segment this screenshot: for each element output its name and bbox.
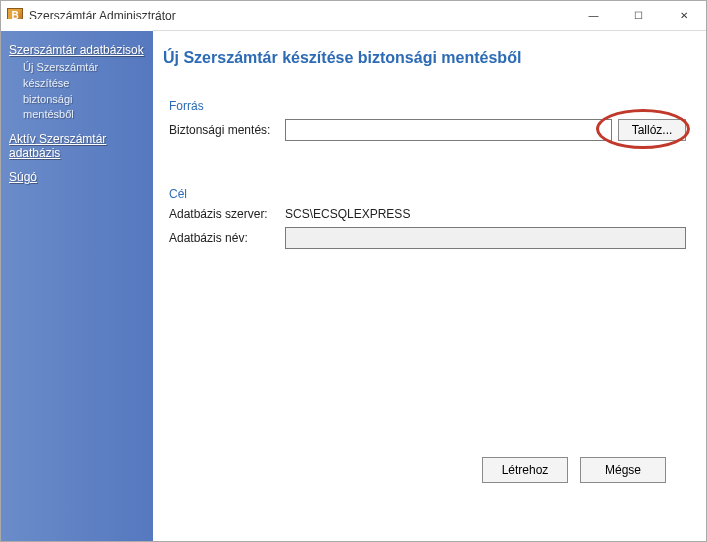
- target-section-label: Cél: [169, 187, 686, 201]
- sidebar-subitem-new-from-backup-1[interactable]: Új Szerszámtár: [23, 61, 145, 75]
- main-panel: Új Szerszámtár készítése biztonsági ment…: [153, 31, 706, 541]
- sidebar-subitem-new-from-backup-2[interactable]: készítése: [23, 77, 145, 91]
- sidebar-item-active-database[interactable]: Aktív Szerszámtár adatbázis: [9, 132, 145, 160]
- sidebar-subitem-new-from-backup-3[interactable]: biztonsági: [23, 93, 145, 107]
- sidebar-subitem-new-from-backup-4[interactable]: mentésből: [23, 108, 145, 122]
- browse-button[interactable]: Tallóz...: [618, 119, 686, 141]
- page-title: Új Szerszámtár készítése biztonsági ment…: [153, 31, 706, 67]
- minimize-button[interactable]: —: [571, 1, 616, 31]
- sidebar: Szerszámtár adatbázisok Új Szerszámtár k…: [1, 31, 153, 541]
- window-controls: — ☐ ✕: [571, 1, 706, 31]
- footer-buttons: Létrehoz Mégse: [482, 457, 666, 483]
- db-server-value: SCS\ECSQLEXPRESS: [285, 207, 410, 221]
- sidebar-item-databases[interactable]: Szerszámtár adatbázisok: [9, 43, 145, 57]
- close-button[interactable]: ✕: [661, 1, 706, 31]
- source-section-label: Forrás: [169, 99, 686, 113]
- backup-file-input[interactable]: [285, 119, 612, 141]
- db-name-label: Adatbázis név:: [169, 231, 285, 245]
- db-server-label: Adatbázis szerver:: [169, 207, 285, 221]
- backup-file-label: Biztonsági mentés:: [169, 123, 285, 137]
- create-button[interactable]: Létrehoz: [482, 457, 568, 483]
- maximize-button[interactable]: ☐: [616, 1, 661, 31]
- db-name-input[interactable]: [285, 227, 686, 249]
- sidebar-item-help[interactable]: Súgó: [9, 170, 145, 184]
- cancel-button[interactable]: Mégse: [580, 457, 666, 483]
